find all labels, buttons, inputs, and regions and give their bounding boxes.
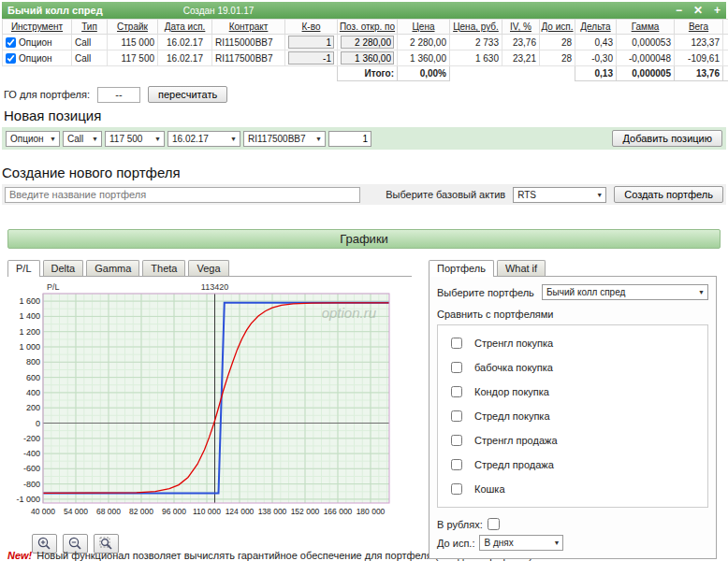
rubles-row: В рублях: — [437, 518, 708, 530]
chevron-down-icon: ▼ — [554, 539, 561, 546]
col-header-type[interactable]: Тип — [72, 20, 108, 35]
portfolio-select[interactable]: Бычий колл спред▼ — [542, 284, 708, 300]
pl-chart-svg: 113420P/Loption.ru1 6001 4001 2001 00080… — [7, 281, 395, 519]
col-header-contract[interactable]: Контракт — [212, 20, 285, 35]
compare-checkbox[interactable] — [451, 459, 462, 470]
list-item: бабочка покупка — [451, 355, 704, 380]
price-cell: 2 280,00 — [398, 35, 450, 50]
col-header-expdate[interactable]: Дата исп. — [158, 20, 212, 35]
row-checkbox[interactable] — [6, 37, 16, 48]
col-header-qty[interactable]: К-во — [285, 20, 338, 35]
col-header-days[interactable]: До исп. — [540, 20, 575, 35]
tab-vega[interactable]: Vega — [188, 260, 228, 276]
days-select[interactable]: В днях▼ — [479, 535, 563, 551]
pos-open-input[interactable] — [341, 36, 394, 49]
expdate-cell: 16.02.17 — [158, 35, 212, 50]
list-item: Кондор покупка — [451, 380, 704, 404]
contract-select[interactable]: RI117500BB7▼ — [243, 131, 326, 147]
col-header-pos-open[interactable]: Поз. откр. по — [338, 20, 398, 35]
compare-checkbox[interactable] — [451, 362, 462, 373]
rubles-checkbox[interactable] — [488, 518, 500, 530]
type-cell: Call — [72, 35, 108, 50]
charts-panels: P/L Delta Gamma Theta Vega 113420P/Lopti… — [0, 249, 728, 561]
list-item: Стренгл продажа — [451, 428, 704, 453]
portfolio-titlebar: Бычий колл спред Создан 19.01.17 − ✕ + — [2, 2, 726, 19]
svg-text:-800: -800 — [23, 480, 40, 489]
type-select[interactable]: Call▼ — [63, 131, 102, 147]
list-item: Стренгл покупка — [451, 331, 704, 355]
titlebar-buttons: − ✕ + — [676, 4, 721, 17]
col-header-price-rub[interactable]: Цена, руб. — [450, 20, 502, 35]
svg-text:113420: 113420 — [201, 282, 228, 292]
base-asset-select[interactable]: RTS▼ — [513, 187, 606, 203]
svg-text:138 000: 138 000 — [258, 507, 287, 516]
price-rub-cell: 1 630 — [450, 50, 502, 66]
pos-open-input[interactable] — [341, 51, 394, 65]
compare-label: Сравнить с портфелями — [437, 309, 708, 320]
tab-pl[interactable]: P/L — [7, 260, 40, 277]
col-header-theta[interactable]: Тетта — [723, 20, 728, 35]
qty-input[interactable] — [288, 51, 334, 65]
chevron-down-icon: ▼ — [596, 192, 603, 198]
svg-text:110 000: 110 000 — [193, 507, 221, 516]
create-portfolio-row: Выберите базовый актив RTS▼ Создать порт… — [2, 184, 726, 205]
svg-text:1 400: 1 400 — [19, 311, 40, 321]
new-position-heading: Новая позиция — [4, 108, 724, 123]
totals-theta: -6,91 — [723, 66, 728, 81]
col-header-iv[interactable]: IV, % — [502, 20, 540, 35]
minimize-button[interactable]: − — [676, 4, 682, 17]
compare-checkbox[interactable] — [451, 410, 462, 422]
compare-checkbox[interactable] — [451, 483, 462, 495]
compare-checkbox[interactable] — [451, 338, 462, 349]
delta-cell: 0,43 — [575, 35, 617, 50]
tab-delta[interactable]: Delta — [43, 260, 84, 276]
qty-input[interactable] — [288, 36, 334, 49]
contract-cell: RI117500BB7 — [212, 50, 285, 66]
vega-cell: -109,61 — [675, 50, 723, 66]
created-date: Создан 19.01.17 — [183, 6, 255, 16]
col-header-delta[interactable]: Дельта — [575, 20, 617, 35]
strike-select[interactable]: 117 500▼ — [105, 131, 165, 147]
col-header-instrument[interactable]: Инструмент — [3, 20, 72, 35]
portfolio-title: Бычий колл спред — [7, 5, 103, 16]
totals-percent: 0,00% — [398, 66, 450, 81]
svg-text:option.ru: option.ru — [322, 305, 377, 321]
contract-cell: RI115000BB7 — [212, 35, 285, 50]
expdate-select[interactable]: 16.02.17▼ — [167, 131, 240, 147]
svg-text:400: 400 — [26, 388, 40, 397]
chevron-down-icon: ▼ — [315, 136, 322, 142]
tab-gamma[interactable]: Gamma — [86, 260, 139, 276]
svg-text:1 000: 1 000 — [19, 342, 40, 352]
svg-text:124 000: 124 000 — [226, 507, 255, 516]
type-cell: Call — [72, 50, 108, 66]
compare-checkbox[interactable] — [451, 386, 462, 397]
create-portfolio-button[interactable]: Создать портфель — [614, 186, 723, 203]
iv-cell: 23,76 — [502, 35, 540, 50]
svg-text:-200: -200 — [23, 434, 40, 443]
tab-portfolio[interactable]: Портфель — [429, 260, 494, 277]
new-qty-input[interactable] — [328, 131, 371, 147]
recalculate-button[interactable]: пересчитать — [148, 86, 227, 103]
col-header-strike[interactable]: Страйк — [108, 20, 158, 35]
tab-theta[interactable]: Theta — [142, 260, 185, 276]
add-button[interactable]: + — [714, 4, 721, 17]
svg-text:166 000: 166 000 — [324, 507, 353, 516]
col-header-price[interactable]: Цена — [398, 20, 450, 35]
svg-text:68 000: 68 000 — [96, 507, 121, 516]
instrument-select[interactable]: Опцион▼ — [6, 131, 60, 147]
totals-vega: 13,76 — [675, 66, 723, 81]
chevron-down-icon: ▼ — [50, 136, 56, 142]
chart-panel: P/L Delta Gamma Theta Vega 113420P/Lopti… — [7, 260, 412, 554]
tab-whatif[interactable]: What if — [497, 260, 546, 276]
add-position-button[interactable]: Добавить позицию — [612, 130, 722, 147]
rubles-label: В рублях: — [437, 519, 483, 530]
svg-text:P/L: P/L — [47, 282, 60, 292]
svg-text:40 000: 40 000 — [31, 507, 55, 516]
svg-text:1 200: 1 200 — [19, 327, 40, 337]
col-header-vega[interactable]: Вега — [675, 20, 723, 35]
col-header-gamma[interactable]: Гамма — [617, 20, 675, 35]
portfolio-name-input[interactable] — [5, 187, 360, 203]
close-button[interactable]: ✕ — [693, 4, 703, 17]
row-checkbox[interactable] — [6, 53, 16, 64]
compare-checkbox[interactable] — [451, 435, 462, 446]
